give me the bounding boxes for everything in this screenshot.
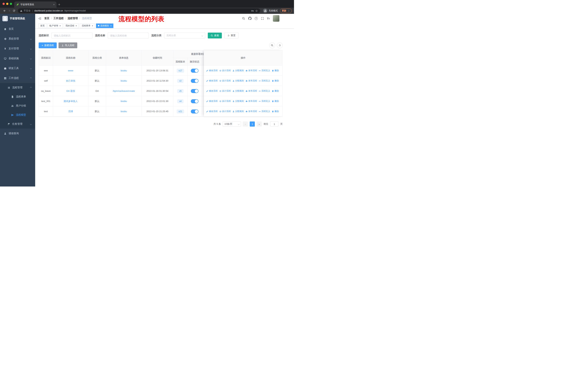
definition-link[interactable]: 流程定义 — [259, 79, 270, 82]
reload-icon[interactable] — [12, 9, 16, 13]
breadcrumb-item[interactable]: 流程管理 — [68, 17, 78, 20]
assign-rule-link[interactable]: 分配规则 — [232, 79, 244, 82]
search-button[interactable]: 搜索 — [208, 33, 222, 39]
publish-link[interactable]: 发布流程 — [245, 69, 257, 72]
design-link[interactable]: 设计流程 — [219, 69, 231, 72]
modify-link[interactable]: 修改流程 — [206, 90, 218, 92]
sidebar-item-leave-query[interactable]: 请假查询 — [0, 129, 35, 138]
delete-link[interactable]: 删除 — [272, 100, 279, 103]
tags-view-item[interactable]: 我的流程× — [64, 23, 79, 28]
font-size-icon[interactable]: TT — [267, 17, 270, 20]
form-info-link[interactable]: biubiu — [121, 110, 127, 113]
design-link[interactable]: 设计流程 — [219, 100, 231, 103]
reset-button[interactable]: 重置 — [224, 33, 238, 39]
delete-link[interactable]: 删除 — [272, 79, 279, 82]
toggle-search-button[interactable] — [269, 42, 275, 48]
breadcrumb-item[interactable]: 首页 — [44, 17, 49, 20]
browser-tab[interactable]: 芋道管理系统 × — [14, 1, 56, 8]
user-avatar[interactable] — [273, 15, 279, 22]
process-name-link[interactable]: 测试多审批人 — [64, 100, 78, 103]
goto-page-input[interactable] — [270, 121, 279, 127]
definition-link[interactable]: 流程定义 — [259, 100, 270, 103]
app-logo-row[interactable]: 芋道管理系统 — [0, 14, 35, 23]
design-link[interactable]: 设计流程 — [219, 79, 231, 82]
tags-view-item[interactable]: 流程表单× — [80, 23, 95, 28]
page-size-select[interactable]: 10条/页 — [223, 121, 241, 127]
active-toggle[interactable] — [191, 89, 199, 93]
modify-link[interactable]: 修改流程 — [206, 79, 218, 82]
tags-view-item[interactable]: 首页 — [38, 23, 46, 28]
form-info-link[interactable]: biubiu — [121, 69, 127, 72]
process-name-input[interactable] — [108, 33, 149, 39]
publish-link[interactable]: 发布流程 — [245, 110, 257, 113]
search-icon[interactable] — [242, 17, 245, 20]
publish-link[interactable]: 发布流程 — [245, 79, 257, 82]
assign-rule-link[interactable]: 分配规则 — [232, 100, 244, 103]
definition-link[interactable]: 流程定义 — [259, 90, 270, 92]
process-name-link[interactable]: eeee — [68, 69, 73, 72]
page-number-button[interactable]: 1 — [250, 121, 255, 127]
sidebar-item-devtools[interactable]: 研发工具 — [0, 63, 35, 73]
tab-close-icon[interactable]: × — [53, 3, 55, 6]
process-name-link[interactable]: 滔博 — [68, 110, 73, 113]
form-info-link[interactable]: biubiu — [121, 80, 127, 82]
bookmark-star-icon[interactable] — [255, 10, 258, 12]
form-info-link[interactable]: biubiu — [121, 100, 127, 102]
publish-link[interactable]: 发布流程 — [245, 100, 257, 103]
form-info-link[interactable]: /bpm/oa/leave/create — [113, 90, 135, 92]
close-icon[interactable]: × — [110, 25, 112, 27]
github-icon[interactable] — [248, 17, 252, 20]
active-toggle[interactable] — [191, 99, 199, 103]
sidebar-item-infra[interactable]: 基础设施 — [0, 53, 35, 63]
active-toggle[interactable] — [191, 79, 199, 83]
definition-link[interactable]: 流程定义 — [259, 110, 270, 113]
sidebar-item-workflow[interactable]: 工作流程 — [0, 73, 35, 83]
maximize-window-button[interactable] — [10, 3, 12, 5]
fullscreen-icon[interactable] — [261, 17, 264, 20]
modify-link[interactable]: 修改流程 — [206, 110, 218, 113]
create-process-button[interactable]: + 新建流程 — [39, 42, 57, 48]
address-bar[interactable]: 不安全 dashboard.yudao.iocoder.cn/bpm/manag… — [18, 8, 260, 13]
close-icon[interactable]: × — [76, 25, 77, 27]
close-window-button[interactable] — [2, 3, 5, 5]
active-toggle[interactable] — [191, 69, 199, 73]
back-icon[interactable] — [2, 9, 7, 13]
import-process-button[interactable]: 导入流程 — [59, 42, 77, 48]
sidebar-item-payment[interactable]: ¥支付管理 — [0, 44, 35, 53]
forward-icon[interactable] — [7, 9, 12, 13]
tags-view-item[interactable]: 租户管理× — [48, 23, 63, 28]
sidebar-item-process-manage[interactable]: 流程管理 — [0, 83, 35, 92]
delete-link[interactable]: 删除 — [272, 90, 279, 92]
modify-link[interactable]: 修改流程 — [206, 69, 218, 72]
sidebar-item-home[interactable]: 首页 — [0, 24, 35, 34]
new-tab-button[interactable]: + — [56, 1, 62, 8]
next-page-button[interactable]: › — [257, 121, 262, 127]
process-key-input[interactable] — [51, 33, 92, 39]
hamburger-icon[interactable] — [38, 17, 42, 20]
process-name-link[interactable]: 自己审批 — [66, 79, 75, 82]
delete-link[interactable]: 删除 — [272, 69, 279, 72]
sidebar-item-task-manage[interactable]: 任务管理 — [0, 120, 35, 129]
process-category-select[interactable]: 流程分类 — [164, 33, 205, 39]
design-link[interactable]: 设计流程 — [219, 90, 231, 92]
close-icon[interactable]: × — [59, 25, 61, 27]
process-name-link[interactable]: OA 请假 — [66, 90, 75, 93]
assign-rule-link[interactable]: 分配规则 — [232, 90, 244, 92]
sidebar-item-system[interactable]: 系统管理 — [0, 34, 35, 44]
prev-page-button[interactable]: ‹ — [243, 121, 248, 127]
refresh-table-button[interactable] — [277, 42, 283, 48]
sidebar-item-process-model[interactable]: 流程模型 — [0, 110, 35, 120]
publish-link[interactable]: 发布流程 — [245, 90, 257, 92]
close-icon[interactable]: × — [92, 25, 93, 27]
active-toggle[interactable] — [191, 110, 199, 113]
assign-rule-link[interactable]: 分配规则 — [232, 110, 244, 113]
incognito-chip[interactable]: 无痕模式 — [263, 9, 278, 13]
definition-link[interactable]: 流程定义 — [259, 69, 270, 72]
assign-rule-link[interactable]: 分配规则 — [232, 69, 244, 72]
modify-link[interactable]: 修改流程 — [206, 100, 218, 103]
minimize-window-button[interactable] — [6, 3, 8, 5]
browser-update-menu[interactable]: 更新 ⋮ — [280, 9, 292, 13]
delete-link[interactable]: 删除 — [272, 110, 279, 113]
design-link[interactable]: 设计流程 — [219, 110, 231, 113]
breadcrumb-item[interactable]: 工作流程 — [53, 17, 64, 20]
